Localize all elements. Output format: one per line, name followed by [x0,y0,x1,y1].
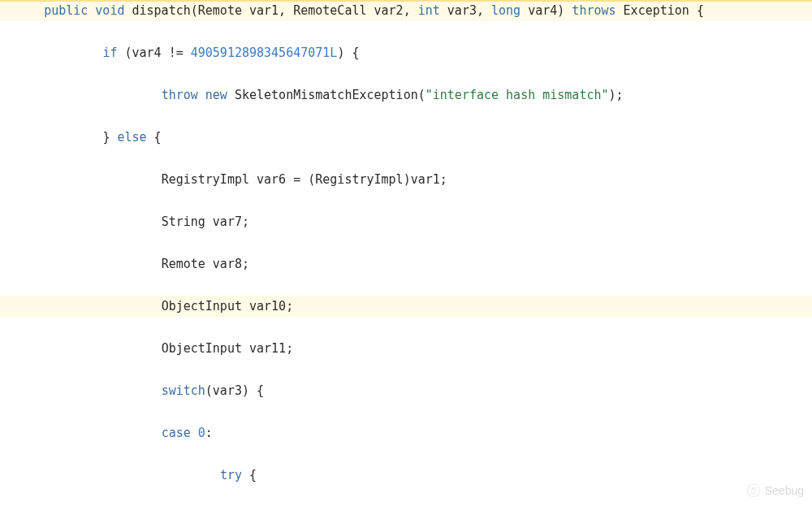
code-block: public void dispatch(Remote var1, Remote… [0,0,812,506]
code-line: RegistryImpl var6 = (RegistryImpl)var1; [0,169,812,190]
code-line: if (var4 != 4905912898345647071L) { [0,42,812,63]
code-line: Remote var8; [0,253,812,275]
code-line: String var7; [0,211,812,232]
code-line: case 0: [0,422,812,443]
code-line: try { [0,465,812,486]
code-line: throw new SkeletonMismatchException("int… [0,84,812,106]
code-line: ObjectInput var11; [0,338,812,359]
code-line: public void dispatch(Remote var1, Remote… [0,0,812,21]
code-line: ObjectInput var10; [0,296,812,317]
code-line: } else { [0,127,812,148]
code-line: switch(var3) { [0,380,812,401]
